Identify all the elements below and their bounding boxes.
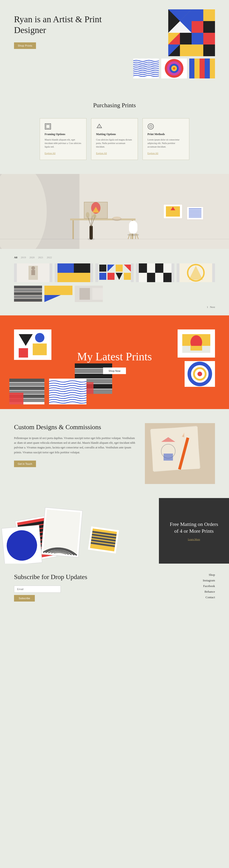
svg-rect-51 <box>129 221 138 234</box>
svg-point-49 <box>113 217 121 219</box>
get-in-touch-button[interactable]: Get in Touch <box>14 461 36 467</box>
print-thumb-3 <box>178 330 215 358</box>
matting-link[interactable]: Explore All <box>96 152 107 155</box>
svg-point-25 <box>173 67 175 69</box>
page-next[interactable]: Next <box>210 306 215 308</box>
svg-rect-108 <box>14 289 42 292</box>
svg-point-78 <box>31 266 35 270</box>
matting-art <box>0 498 159 564</box>
hero-artwork <box>133 9 215 79</box>
nav-2019[interactable]: 2019 <box>21 256 26 259</box>
learn-more-link[interactable]: Learn More <box>188 538 200 541</box>
svg-rect-96 <box>147 264 155 273</box>
portfolio-item-sm[interactable] <box>75 286 103 302</box>
email-input[interactable] <box>14 586 61 593</box>
framing-title: Framing Options <box>45 132 82 136</box>
svg-rect-109 <box>14 292 42 295</box>
svg-point-139 <box>197 372 202 376</box>
matting-text-box: Free Matting on Orders of 4 or More Prin… <box>159 498 229 564</box>
custom-section: Custom Designs & Commissions Pellentesqu… <box>0 409 229 498</box>
framing-link[interactable]: Explore All <box>45 152 55 155</box>
print-methods-card: Print Methods Lorem ipsum dolor sit cons… <box>143 118 189 160</box>
svg-rect-117 <box>92 288 103 300</box>
svg-rect-86 <box>99 265 106 272</box>
matting-section: Free Matting on Orders of 4 or More Prin… <box>0 498 229 564</box>
portfolio-item[interactable] <box>14 264 52 282</box>
svg-rect-100 <box>147 273 155 282</box>
hero-text: Ryan is an Artist & Print Designer Shop … <box>14 9 126 49</box>
portfolio-item-sm[interactable] <box>14 286 42 302</box>
print-methods-icon <box>147 123 154 130</box>
svg-rect-93 <box>124 273 131 280</box>
custom-desc: Pellentesque in ipsum id orci porta dapi… <box>14 436 136 455</box>
print-thumb-4 <box>185 361 215 387</box>
footer-link-facebook[interactable]: Facebook <box>203 584 215 588</box>
svg-rect-16 <box>203 33 215 44</box>
svg-rect-147 <box>9 393 23 404</box>
svg-rect-99 <box>139 273 147 282</box>
svg-rect-11 <box>180 33 192 44</box>
svg-rect-18 <box>203 44 215 56</box>
nav-2021[interactable]: 2021 <box>38 256 43 259</box>
svg-rect-28 <box>194 59 199 79</box>
footer-link-shop[interactable]: Shop <box>203 573 215 577</box>
svg-rect-151 <box>151 427 199 471</box>
print-thumb-bottom-center <box>49 379 86 404</box>
matting-title: Matting Options <box>96 132 133 136</box>
footer-section: Subscribe for Drop Updates Subscribe Sho… <box>0 564 229 611</box>
page-1[interactable]: 1 <box>207 306 208 308</box>
shop-now-button[interactable]: Shop Now <box>103 367 126 374</box>
artwork-waves <box>133 59 159 79</box>
matting-card: Matting Options Cras ultricies ligula se… <box>91 118 138 160</box>
footer-link-behance[interactable]: Behance <box>203 590 215 594</box>
svg-rect-116 <box>79 288 90 300</box>
cards-row: Framing Options Mauris blandit aliquam e… <box>14 118 215 160</box>
nav-all[interactable]: All <box>14 256 17 259</box>
portfolio-item[interactable] <box>177 264 215 282</box>
custom-image <box>145 423 215 484</box>
svg-rect-27 <box>189 59 194 79</box>
purchasing-section: Purchasing Prints Framing Options Mauris… <box>0 92 229 174</box>
svg-rect-29 <box>199 59 205 79</box>
print-methods-title: Print Methods <box>147 132 184 136</box>
footer-link-instagram[interactable]: Instagram <box>203 579 215 582</box>
artwork-circle <box>161 59 187 79</box>
subscribe-button[interactable]: Subscribe <box>14 595 35 601</box>
subscribe-title: Subscribe for Drop Updates <box>14 573 203 581</box>
artwork-small-row <box>133 59 215 79</box>
svg-rect-81 <box>58 264 74 273</box>
portfolio-section: All 2019 2020 2021 2022 <box>0 249 229 315</box>
hero-section: Ryan is an Artist & Print Designer Shop … <box>0 0 229 92</box>
matting-offer-title: Free Matting on Orders of 4 or More Prin… <box>168 521 220 534</box>
svg-rect-5 <box>203 21 215 33</box>
custom-title: Custom Designs & Commissions <box>14 423 136 431</box>
svg-rect-14 <box>180 44 192 56</box>
print-methods-link[interactable]: Explore All <box>147 152 158 155</box>
nav-2020[interactable]: 2020 <box>30 256 35 259</box>
svg-rect-15 <box>192 33 203 44</box>
svg-rect-98 <box>163 264 171 273</box>
nav-2022[interactable]: 2022 <box>47 256 52 259</box>
svg-rect-102 <box>163 273 171 282</box>
artwork-stripes-vertical <box>189 59 215 79</box>
svg-rect-83 <box>74 264 90 273</box>
shop-prints-button[interactable]: Shop Prints <box>14 42 36 49</box>
svg-rect-33 <box>46 125 50 128</box>
portfolio-item[interactable] <box>136 264 174 282</box>
svg-rect-42 <box>70 218 136 220</box>
svg-rect-91 <box>108 273 114 280</box>
custom-text: Custom Designs & Commissions Pellentesqu… <box>14 423 136 467</box>
svg-rect-30 <box>205 59 210 79</box>
svg-rect-57 <box>89 225 93 240</box>
svg-rect-143 <box>9 386 44 390</box>
svg-rect-2 <box>192 9 203 21</box>
svg-rect-88 <box>116 265 123 272</box>
footer-subscribe: Subscribe for Drop Updates Subscribe <box>14 573 203 601</box>
portfolio-item[interactable] <box>96 264 133 282</box>
svg-rect-84 <box>58 273 74 282</box>
svg-rect-135 <box>190 346 202 350</box>
svg-rect-90 <box>99 273 106 280</box>
footer-link-contact[interactable]: Contact <box>203 595 215 599</box>
portfolio-item[interactable] <box>55 264 93 282</box>
portfolio-item-sm[interactable] <box>44 286 72 302</box>
